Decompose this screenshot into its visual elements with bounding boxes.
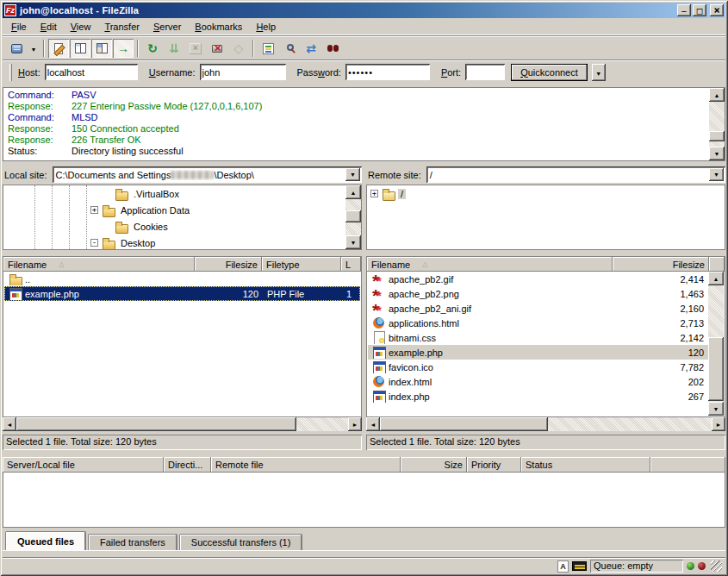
scroll-left-button[interactable] xyxy=(3,417,16,431)
tree-item-desktop[interactable]: -Desktop xyxy=(3,235,345,250)
host-input[interactable] xyxy=(45,64,138,80)
menu-transfer[interactable]: Transfer xyxy=(97,19,146,34)
file-row[interactable]: index.html202 xyxy=(368,374,708,389)
column-header-filename[interactable]: Filename xyxy=(3,257,195,272)
process-queue-button[interactable]: ⇊ xyxy=(164,39,184,58)
column-header-filesize[interactable]: Filesize xyxy=(613,257,709,272)
folder-icon xyxy=(102,236,115,249)
menu-edit[interactable]: Edit xyxy=(34,19,64,34)
cancel-operation-button[interactable]: × xyxy=(185,39,206,58)
remote-horizontal-scrollbar[interactable] xyxy=(366,417,725,431)
column-header-filename[interactable]: Filename xyxy=(367,257,613,272)
local-site-label: Local site: xyxy=(3,170,49,180)
file-row[interactable]: apache_pb2.gif2,414 xyxy=(368,272,708,286)
css-file-icon xyxy=(372,331,386,344)
quickconnect-button[interactable]: Quickconnect xyxy=(511,64,588,81)
quickconnect-dropdown-button[interactable] xyxy=(592,64,606,81)
file-row[interactable]: favicon.ico7,782 xyxy=(368,360,708,374)
file-row[interactable]: bitnami.css2,142 xyxy=(368,330,708,345)
menu-file[interactable]: File xyxy=(4,19,34,34)
queue-column-server-local-file[interactable]: Server/Local file xyxy=(3,457,164,473)
remote-site-combobox[interactable]: / xyxy=(426,166,725,183)
site-manager-button[interactable] xyxy=(6,39,27,58)
scroll-up-button[interactable] xyxy=(709,88,725,102)
tree-item-cookies[interactable]: Cookies xyxy=(3,218,345,235)
menu-server[interactable]: Server xyxy=(146,19,188,34)
data-type-icon[interactable] xyxy=(557,560,569,573)
toggle-remote-tree-button[interactable] xyxy=(91,39,112,58)
grip-handle[interactable] xyxy=(9,64,12,81)
remote-list-scrollbar[interactable] xyxy=(708,272,724,416)
queue-column-remote-file[interactable]: Remote file xyxy=(211,457,401,473)
file-row[interactable]: apache_pb2.png1,463 xyxy=(368,286,708,301)
resize-grip[interactable] xyxy=(711,560,722,572)
log-line: Status:Directory listing successful xyxy=(8,146,708,157)
local-horizontal-scrollbar[interactable] xyxy=(3,417,362,431)
synchronized-browsing-button[interactable]: ⇄ xyxy=(301,39,321,58)
close-button[interactable] xyxy=(710,4,724,16)
file-row-example-php[interactable]: example.php120 xyxy=(368,345,708,360)
queue-column-size[interactable]: Size xyxy=(401,457,467,473)
file-row[interactable]: apache_pb2_ani.gif2,160 xyxy=(368,301,708,316)
scroll-up-button[interactable] xyxy=(345,185,361,199)
minimize-button[interactable] xyxy=(677,4,691,16)
maximize-button[interactable] xyxy=(693,4,706,16)
scroll-right-button[interactable] xyxy=(348,417,362,431)
file-row-parent[interactable]: .. xyxy=(4,272,360,286)
scroll-down-button[interactable] xyxy=(709,147,725,160)
reconnect-button[interactable]: ◇ xyxy=(228,39,249,58)
local-site-combobox[interactable]: C:\Documents and Settings\Desktop\ xyxy=(53,166,362,183)
local-selection-status: Selected 1 file. Total size: 120 bytes xyxy=(3,435,362,450)
scroll-thumb[interactable] xyxy=(16,417,296,431)
scroll-thumb[interactable] xyxy=(380,417,548,431)
refresh-button[interactable]: ↻ xyxy=(142,39,163,58)
directory-comparison-button[interactable] xyxy=(279,39,300,58)
queue-list-area[interactable] xyxy=(3,473,725,528)
log-scrollbar[interactable] xyxy=(709,88,725,160)
speed-limit-icon[interactable] xyxy=(572,561,587,571)
scroll-down-button[interactable] xyxy=(345,235,361,249)
combo-dropdown-button[interactable] xyxy=(709,168,724,181)
menu-view[interactable]: View xyxy=(64,19,98,34)
menu-help[interactable]: Help xyxy=(249,19,283,34)
file-row[interactable]: index.php267 xyxy=(368,389,708,404)
column-header-modified[interactable]: L xyxy=(341,257,361,272)
remote-tree-toggle-icon xyxy=(96,43,108,53)
scroll-up-button[interactable] xyxy=(708,272,724,285)
scroll-left-button[interactable] xyxy=(366,417,380,431)
toggle-message-log-button[interactable] xyxy=(48,39,69,58)
scroll-thumb[interactable] xyxy=(709,131,725,141)
file-row[interactable]: applications.html2,713 xyxy=(368,316,708,330)
column-header-filesize[interactable]: Filesize xyxy=(195,257,262,272)
combo-dropdown-button[interactable] xyxy=(345,168,360,181)
disconnect-button[interactable] xyxy=(207,39,227,58)
find-files-button[interactable] xyxy=(322,39,343,58)
username-input[interactable] xyxy=(200,64,286,80)
scroll-down-button[interactable] xyxy=(708,402,724,416)
toggle-local-tree-button[interactable] xyxy=(70,39,90,58)
tab-successful-transfers[interactable]: Successful transfers (1) xyxy=(179,534,303,550)
tree-item-root[interactable]: +/ xyxy=(367,185,725,202)
port-input[interactable] xyxy=(465,64,505,80)
toolbar-separator xyxy=(252,40,254,57)
queue-column-priority[interactable]: Priority xyxy=(467,457,521,473)
tab-queued-files[interactable]: Queued files xyxy=(5,531,86,550)
queue-column-direction[interactable]: Directi... xyxy=(164,457,211,473)
scroll-thumb[interactable] xyxy=(708,337,724,401)
filezilla-logo-icon xyxy=(4,4,16,16)
tree-item-application-data[interactable]: +Application Data xyxy=(3,202,345,218)
scroll-thumb[interactable] xyxy=(345,210,361,222)
tab-failed-transfers[interactable]: Failed transfers xyxy=(88,534,177,550)
scroll-right-button[interactable] xyxy=(712,417,725,431)
menu-bookmarks[interactable]: Bookmarks xyxy=(188,19,249,34)
site-manager-dropdown-button[interactable] xyxy=(28,39,40,58)
toggle-queue-button[interactable]: → xyxy=(113,39,134,58)
tree-item-virtualbox[interactable]: .VirtualBox xyxy=(3,185,345,202)
local-tree-scrollbar[interactable] xyxy=(345,185,361,249)
filter-button[interactable] xyxy=(258,39,278,58)
file-row-example-php[interactable]: example.php 120 PHP File 1 xyxy=(4,286,360,301)
ico-file-icon xyxy=(372,360,386,373)
column-header-filetype[interactable]: Filetype xyxy=(262,257,341,272)
queue-column-status[interactable]: Status xyxy=(521,457,650,473)
password-input[interactable] xyxy=(345,64,430,80)
